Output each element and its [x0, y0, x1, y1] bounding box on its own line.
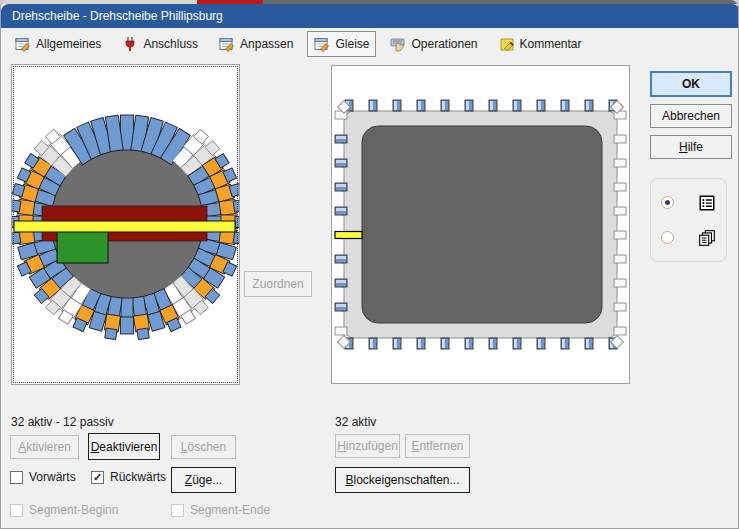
form-icon: [314, 36, 330, 52]
form-icon: [219, 36, 235, 52]
stack-view-radio[interactable]: [661, 231, 674, 244]
segment-end-checkbox-box[interactable]: [171, 504, 184, 517]
title-bar[interactable]: Drehscheibe - Drehscheibe Phillipsburg: [1, 4, 739, 28]
tab-anpassen[interactable]: Anpassen: [212, 31, 300, 57]
turntable-graphic: [12, 65, 239, 384]
tab-label: Operationen: [411, 37, 477, 51]
tab-bar: AllgemeinesAnschlussAnpassenGleiseOperat…: [1, 28, 739, 60]
forward-checkbox-box[interactable]: [10, 471, 23, 484]
segment-start-checkbox[interactable]: Segment-Beginn: [10, 503, 118, 517]
plug-icon: [122, 36, 138, 52]
stack-view-icon: [698, 229, 716, 247]
backward-checkbox-box[interactable]: [91, 471, 104, 484]
tab-label: Anpassen: [240, 37, 293, 51]
trains-button[interactable]: Züge...: [171, 467, 236, 493]
help-button[interactable]: Hilfe: [650, 135, 732, 159]
block-properties-button[interactable]: Blockeigenschaften...: [335, 467, 470, 493]
turntable-preview-panel[interactable]: [11, 64, 240, 385]
tab-operationen[interactable]: Operationen: [383, 31, 484, 57]
block-diagram-graphic: [332, 66, 629, 383]
view-mode-list-row[interactable]: [661, 194, 716, 212]
note-icon: [499, 36, 515, 52]
segment-start-checkbox-label: Segment-Beginn: [29, 503, 118, 517]
tab-label: Allgemeines: [36, 37, 101, 51]
segment-end-checkbox-label: Segment-Ende: [190, 503, 270, 517]
segment-end-checkbox[interactable]: Segment-Ende: [171, 503, 270, 517]
cancel-button[interactable]: Abbrechen: [650, 104, 732, 128]
backward-checkbox-label: Rückwärts: [110, 470, 166, 484]
activate-button[interactable]: Aktivieren: [10, 435, 79, 459]
segment-start-checkbox-box[interactable]: [10, 504, 23, 517]
hand-icon: [390, 36, 406, 52]
list-view-radio[interactable]: [661, 196, 674, 209]
tab-label: Kommentar: [520, 37, 582, 51]
tab-label: Anschluss: [143, 37, 198, 51]
assign-button[interactable]: Zuordnen: [244, 271, 312, 297]
tab-gleise[interactable]: Gleise: [307, 31, 376, 57]
forward-checkbox[interactable]: Vorwärts: [10, 470, 76, 484]
form-icon: [15, 36, 31, 52]
ok-button[interactable]: OK: [650, 71, 732, 97]
list-view-icon: [698, 194, 716, 212]
backward-checkbox[interactable]: Rückwärts: [91, 470, 166, 484]
block-status-text: 32 aktiv: [335, 415, 376, 429]
delete-button[interactable]: Löschen: [171, 435, 236, 459]
turntable-status-text: 32 aktiv - 12 passiv: [11, 415, 114, 429]
dialog-window: Drehscheibe - Drehscheibe Phillipsburg A…: [0, 0, 739, 529]
add-button[interactable]: Hinzufügen: [335, 434, 400, 458]
tab-label: Gleise: [335, 37, 369, 51]
forward-checkbox-label: Vorwärts: [29, 470, 76, 484]
block-diagram-panel[interactable]: [331, 65, 630, 384]
tab-kommentar[interactable]: Kommentar: [492, 31, 589, 57]
window-title: Drehscheibe - Drehscheibe Phillipsburg: [12, 9, 223, 23]
view-mode-group: [650, 178, 727, 262]
tab-allgemeines[interactable]: Allgemeines: [8, 31, 108, 57]
deactivate-button[interactable]: Deaktivieren: [88, 433, 160, 460]
view-mode-stack-row[interactable]: [661, 229, 716, 247]
remove-button[interactable]: Entfernen: [405, 434, 470, 458]
tab-anschluss[interactable]: Anschluss: [115, 31, 205, 57]
